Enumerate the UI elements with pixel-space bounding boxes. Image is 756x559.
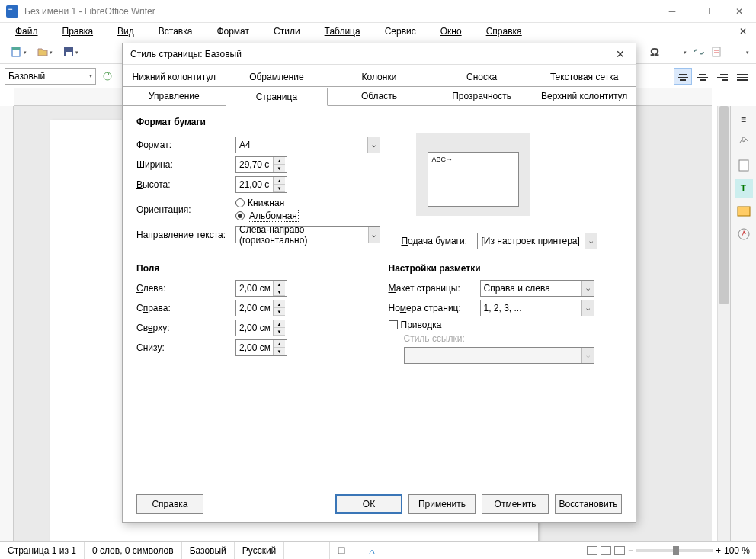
dialog-titlebar: Стиль страницы: Базовый ✕: [123, 43, 636, 65]
sidebar-page-icon[interactable]: [735, 156, 753, 175]
label-width: Ширина:: [136, 159, 235, 170]
pagenumbers-combo[interactable]: 1, 2, 3, ...⌵: [480, 300, 594, 316]
menu-view[interactable]: Вид: [105, 24, 146, 38]
apply-button[interactable]: Применить: [408, 494, 476, 514]
window-titlebar: Без имени 1 - LibreOffice Writer ─ ☐ ✕: [0, 0, 756, 23]
menu-window[interactable]: Окно: [428, 24, 474, 38]
tab-columns[interactable]: Колонки: [328, 68, 431, 86]
view-multi-icon[interactable]: [601, 546, 611, 555]
view-single-icon[interactable]: [587, 546, 597, 555]
maximize-button[interactable]: ☐: [689, 0, 722, 23]
tab-area[interactable]: Область: [328, 87, 431, 105]
footnote-drop[interactable]: [727, 43, 751, 60]
radio-portrait[interactable]: Книжная: [235, 198, 299, 208]
status-style[interactable]: Базовый: [182, 542, 235, 559]
status-words[interactable]: 0 слов, 0 символов: [85, 542, 182, 559]
status-bar: Страница 1 из 1 0 слов, 0 символов Базов…: [0, 541, 756, 559]
status-page[interactable]: Страница 1 из 1: [0, 542, 85, 559]
reset-button[interactable]: Восстановить: [555, 494, 622, 514]
window-title: Без имени 1 - LibreOffice Writer: [24, 6, 655, 17]
radio-landscape[interactable]: Альбомная: [235, 210, 299, 222]
align-right-button[interactable]: [713, 68, 732, 85]
status-language[interactable]: Русский: [235, 542, 285, 559]
margin-top-spinner[interactable]: ▲▼: [235, 320, 287, 336]
menu-styles[interactable]: Стили: [261, 24, 312, 38]
align-center-button[interactable]: [694, 68, 712, 85]
app-icon: [6, 5, 18, 18]
paragraph-style-combo[interactable]: Базовый▾: [5, 68, 96, 85]
margin-bottom-spinner[interactable]: ▲▼: [235, 339, 287, 356]
label-textdirection: Направление текста:: [136, 230, 235, 240]
sidebar-settings-icon[interactable]: ≡: [735, 111, 753, 129]
status-insert-mode[interactable]: [284, 542, 330, 559]
vertical-scrollbar[interactable]: [717, 106, 730, 541]
cancel-button[interactable]: Отменить: [482, 494, 549, 514]
width-spinner[interactable]: ▲▼: [235, 156, 287, 173]
menu-help[interactable]: Справка: [474, 24, 534, 38]
save-button[interactable]: [56, 43, 81, 60]
label-left: Слева:: [136, 283, 235, 294]
svg-rect-6: [739, 160, 748, 171]
align-justify-button[interactable]: [733, 68, 751, 85]
menu-edit[interactable]: Правка: [50, 24, 106, 38]
label-format: Формат:: [136, 140, 235, 150]
section-layout: Настройки разметки: [389, 263, 623, 274]
margin-right-spinner[interactable]: ▲▼: [235, 300, 287, 316]
menu-insert[interactable]: Вставка: [146, 24, 205, 38]
sidebar-styles-icon[interactable]: T: [735, 179, 753, 198]
tab-textgrid[interactable]: Текстовая сетка: [533, 68, 636, 86]
register-checkbox[interactable]: Приводка: [389, 320, 442, 330]
doc-close-icon[interactable]: ✕: [733, 24, 753, 38]
tab-footnote[interactable]: Сноска: [431, 68, 533, 86]
sidebar-gallery-icon[interactable]: [735, 202, 753, 220]
menu-table[interactable]: Таблица: [312, 24, 373, 38]
margin-left-spinner[interactable]: ▲▼: [235, 280, 287, 297]
dialog-title: Стиль страницы: Базовый: [130, 49, 613, 59]
sidebar: ≡ T: [730, 106, 756, 541]
tab-page[interactable]: Страница: [226, 88, 328, 106]
hyperlink-button[interactable]: [690, 43, 707, 60]
open-button[interactable]: [30, 43, 55, 60]
label-pagenumbers: Номера страниц:: [389, 303, 480, 313]
height-spinner[interactable]: ▲▼: [235, 176, 287, 193]
tab-footer[interactable]: Нижний колонтитул: [123, 68, 226, 86]
zoom-value[interactable]: 100 %: [724, 545, 750, 556]
status-signature[interactable]: [360, 542, 383, 559]
new-button[interactable]: [5, 43, 29, 60]
sidebar-navigator-icon[interactable]: [735, 225, 753, 243]
tab-organizer[interactable]: Управление: [123, 87, 226, 105]
footnote-button[interactable]: [709, 43, 726, 60]
vertical-ruler[interactable]: [0, 106, 14, 541]
zoom-slider[interactable]: − +: [628, 545, 721, 556]
svg-rect-9: [338, 548, 344, 554]
svg-rect-7: [738, 207, 750, 216]
label-height: Высота:: [136, 179, 235, 190]
align-left-button[interactable]: [674, 68, 692, 85]
page-preview: ABC→: [428, 152, 519, 207]
page-style-dialog: Стиль страницы: Базовый ✕ Нижний колонти…: [122, 43, 636, 523]
format-combo[interactable]: A4⌵: [235, 137, 380, 153]
tab-transparency[interactable]: Прозрачность: [431, 87, 533, 105]
pagelayout-combo[interactable]: Справа и слева⌵: [480, 280, 594, 297]
update-style-button[interactable]: [99, 68, 116, 85]
status-selection-mode[interactable]: [330, 542, 360, 559]
minimize-button[interactable]: ─: [655, 0, 689, 23]
menu-bar: Файл Правка Вид Вставка Формат Стили Таб…: [0, 23, 756, 40]
view-book-icon[interactable]: [614, 546, 625, 555]
menu-file[interactable]: Файл: [3, 24, 50, 38]
special-char-drop[interactable]: [665, 43, 689, 60]
help-button[interactable]: Справка: [136, 494, 203, 514]
menu-format[interactable]: Формат: [204, 24, 261, 38]
papertray-combo[interactable]: [Из настроек принтера]⌵: [477, 233, 597, 249]
close-button[interactable]: ✕: [722, 0, 756, 23]
tab-borders[interactable]: Обрамление: [226, 68, 328, 86]
label-papertray: Подача бумаги:: [401, 236, 477, 246]
tab-header[interactable]: Верхний колонтитул: [533, 87, 636, 105]
label-top: Сверху:: [136, 323, 235, 333]
special-char-button[interactable]: Ω: [646, 43, 663, 60]
menu-tools[interactable]: Сервис: [373, 24, 428, 38]
dialog-close-button[interactable]: ✕: [613, 48, 628, 60]
sidebar-properties-icon[interactable]: [735, 133, 753, 152]
textdirection-combo[interactable]: Слева-направо (горизонтально)⌵: [235, 226, 380, 243]
ok-button[interactable]: ОК: [335, 494, 402, 514]
